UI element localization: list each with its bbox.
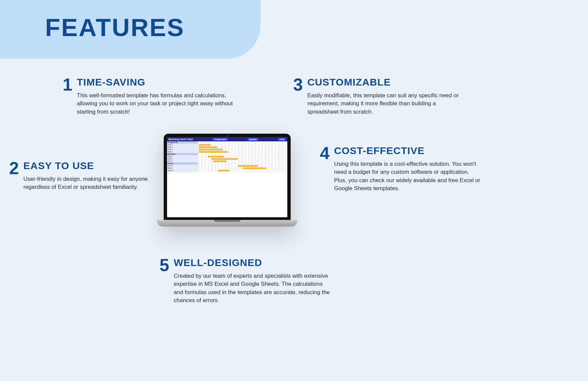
feature-body: This well-formatted template has formula… xyxy=(77,92,234,116)
gantt-row-label: Task 10 xyxy=(167,169,198,172)
gantt-row xyxy=(198,148,287,151)
gantt-row-label: Milestone xyxy=(167,153,198,155)
gantt-row-label: Task 2 xyxy=(167,146,198,148)
gantt-row xyxy=(198,144,287,146)
gantt-row xyxy=(198,169,287,172)
feature-heading: TIME-SAVING xyxy=(77,77,241,88)
laptop-mock: Marketing Gantt Chart Create Task Update… xyxy=(157,134,297,237)
gantt-row-label: Task 9 xyxy=(167,167,198,169)
gantt-row xyxy=(198,165,287,167)
feature-easy-to-use: 2 EASY TO USE User-friendly in design, m… xyxy=(7,160,154,192)
laptop-base xyxy=(157,220,297,227)
feature-heading: COST-EFFECTIVE xyxy=(334,145,484,156)
camera-dot-icon xyxy=(226,135,228,137)
page-title: FEATURES xyxy=(45,13,184,42)
gantt-bar xyxy=(208,156,224,157)
gantt-row xyxy=(198,162,287,165)
feature-time-saving: 1 TIME-SAVING This well-formatted templa… xyxy=(60,77,241,116)
gantt-bar xyxy=(218,170,230,171)
feature-customizable: 3 CUSTOMIZABLE Easily modifiable, this t… xyxy=(291,77,464,116)
gantt-row-label: Task 7 xyxy=(167,160,198,162)
feature-well-designed: 5 WELL-DESIGNED Created by our team of e… xyxy=(157,257,337,305)
gantt-bar xyxy=(199,146,217,148)
gantt-bar xyxy=(243,167,266,169)
gantt-pill: Add xyxy=(278,138,286,141)
gantt-row-label: Task 5 xyxy=(167,155,198,158)
gantt-pill: Create Task xyxy=(212,138,228,141)
laptop-screen: Marketing Gantt Chart Create Task Update… xyxy=(167,137,287,217)
gantt-row xyxy=(198,160,287,162)
gantt-row xyxy=(198,151,287,153)
gantt-row xyxy=(198,158,287,160)
gantt-title-text: Marketing Gantt Chart xyxy=(168,138,193,140)
gantt-titlebar: Marketing Gantt Chart Create Task Update… xyxy=(167,137,287,141)
gantt-row-label: Task 1 xyxy=(167,144,198,146)
gantt-row-label: Review xyxy=(167,162,198,165)
feature-body: Created by our team of experts and speci… xyxy=(174,272,331,305)
gantt-row-label: Task 3 xyxy=(167,148,198,151)
gantt-row-label: Assigned To xyxy=(167,141,198,144)
feature-number: 4 xyxy=(317,145,332,161)
feature-number: 3 xyxy=(291,77,305,93)
feature-heading: CUSTOMIZABLE xyxy=(307,77,464,88)
gantt-bar xyxy=(199,151,228,153)
gantt-row xyxy=(198,141,287,144)
feature-body: User-friendly in design, making it easy … xyxy=(23,175,154,192)
gantt-row-label: Task 6 xyxy=(167,158,198,160)
feature-number: 5 xyxy=(157,257,172,273)
feature-number: 1 xyxy=(60,77,75,93)
gantt-row xyxy=(198,153,287,155)
gantt-row-label: Task 8 xyxy=(167,165,198,167)
feature-heading: WELL-DESIGNED xyxy=(174,257,337,268)
gantt-row xyxy=(198,167,287,169)
feature-body: Using this template is a cost-effective … xyxy=(334,160,484,193)
gantt-bar xyxy=(238,165,258,167)
gantt-row xyxy=(198,146,287,148)
feature-cost-effective: 4 COST-EFFECTIVE Using this template is … xyxy=(317,145,484,193)
gantt-bar xyxy=(199,149,223,150)
gantt-pill: Update xyxy=(248,138,258,141)
gantt-bar xyxy=(211,158,238,160)
gantt-bar xyxy=(213,160,227,162)
feature-body: Easily modifiable, this template can sui… xyxy=(307,92,464,116)
feature-heading: EASY TO USE xyxy=(23,160,154,171)
gantt-bar xyxy=(199,144,211,146)
gantt-row xyxy=(198,155,287,158)
feature-number: 2 xyxy=(7,160,21,176)
gantt-row-label: Task 4 xyxy=(167,151,198,153)
